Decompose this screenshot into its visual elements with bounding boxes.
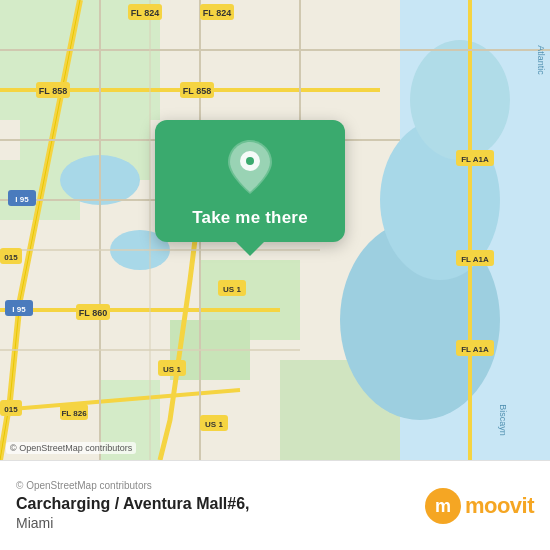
svg-text:FL A1A: FL A1A [461, 255, 489, 264]
location-card: Take me there [155, 120, 345, 242]
take-me-there-button[interactable]: Take me there [192, 208, 308, 228]
svg-text:I 95: I 95 [15, 195, 29, 204]
svg-text:FL 858: FL 858 [183, 86, 211, 96]
svg-text:FL 824: FL 824 [203, 8, 231, 18]
moovit-brand-text: moovit [465, 493, 534, 519]
svg-text:US 1: US 1 [163, 365, 181, 374]
map-container: FL 824 FL 824 FL 858 FL 858 I 95 I 95 FL… [0, 0, 550, 460]
bottom-left: © OpenStreetMap contributors Carcharging… [16, 480, 250, 531]
svg-text:FL 858: FL 858 [39, 86, 67, 96]
svg-text:m: m [435, 496, 451, 516]
svg-text:Biscayn: Biscayn [498, 404, 508, 436]
svg-text:015: 015 [4, 405, 18, 414]
moovit-icon: m [425, 488, 461, 524]
pin-icon [223, 140, 277, 194]
svg-point-62 [246, 157, 254, 165]
svg-text:US 1: US 1 [223, 285, 241, 294]
svg-text:I 95: I 95 [12, 305, 26, 314]
svg-text:FL 860: FL 860 [79, 308, 107, 318]
moovit-logo: m moovit [425, 488, 534, 524]
location-name: Carcharging / Aventura Mall#6, [16, 495, 250, 513]
city-name: Miami [16, 515, 250, 531]
svg-text:FL 824: FL 824 [131, 8, 159, 18]
map-attribution: © OpenStreetMap contributors [6, 442, 136, 454]
osm-text: © OpenStreetMap contributors [16, 480, 250, 491]
svg-text:FL 826: FL 826 [61, 409, 87, 418]
svg-text:FL A1A: FL A1A [461, 345, 489, 354]
svg-point-11 [410, 40, 510, 160]
svg-text:Atlantic: Atlantic [536, 45, 546, 75]
svg-text:US 1: US 1 [205, 420, 223, 429]
svg-text:FL A1A: FL A1A [461, 155, 489, 164]
svg-text:015: 015 [4, 253, 18, 262]
bottom-bar: © OpenStreetMap contributors Carcharging… [0, 460, 550, 550]
